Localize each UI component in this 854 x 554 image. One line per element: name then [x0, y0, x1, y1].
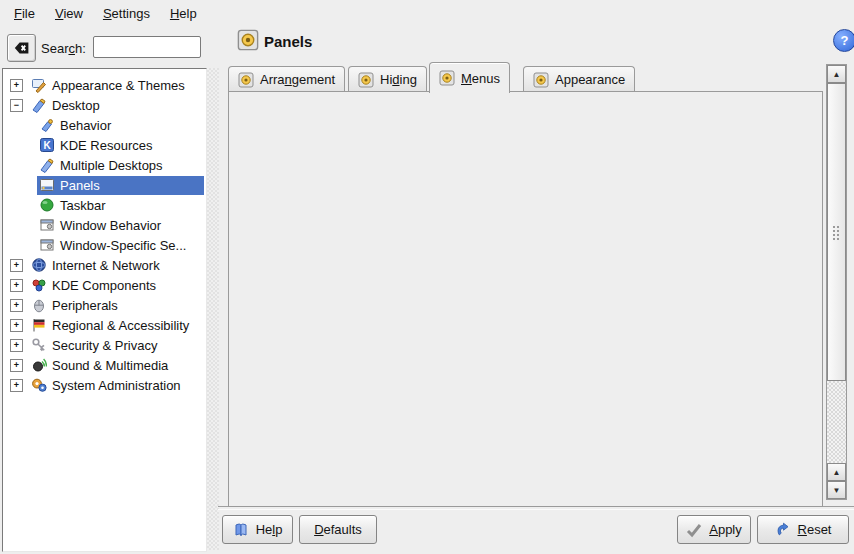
tab-hiding[interactable]: Hiding: [348, 66, 427, 92]
search-input[interactable]: [93, 36, 201, 58]
kde-components-icon: [31, 277, 47, 293]
regional-accessibility-icon: [31, 317, 47, 333]
expander-icon[interactable]: +: [10, 279, 23, 292]
kde-control-center-window: File View Settings Help Search: +Appeara…: [0, 0, 854, 554]
sidebar-item-internet-network[interactable]: +Internet & Network: [6, 255, 204, 275]
scrollbar-thumb[interactable]: [827, 83, 846, 381]
kicker-icon: [533, 72, 549, 88]
help-button[interactable]: Help: [222, 515, 293, 544]
menu-settings[interactable]: Settings: [93, 2, 160, 25]
internet-network-icon: [31, 257, 47, 273]
sidebar-item-panels[interactable]: Panels: [6, 175, 204, 195]
help-book-icon: [233, 522, 249, 538]
page-title: Panels: [264, 33, 312, 50]
menubar: File View Settings Help: [0, 0, 854, 27]
kde-resources-icon: K: [39, 137, 55, 153]
menu-help[interactable]: Help: [160, 2, 207, 25]
sidebar-item-system-administration[interactable]: +System Administration: [6, 375, 204, 395]
expander-icon[interactable]: +: [10, 79, 23, 92]
scroll-down-button[interactable]: ▼: [827, 481, 846, 499]
clear-search-button[interactable]: [7, 34, 36, 62]
expander-icon[interactable]: +: [10, 379, 23, 392]
sidebar-item-security-privacy[interactable]: +Security & Privacy: [6, 335, 204, 355]
expander-icon[interactable]: −: [10, 99, 23, 112]
security-privacy-icon: [31, 337, 47, 353]
scroll-up-button[interactable]: ▲: [827, 65, 846, 83]
sidebar-item-window-specific[interactable]: Window-Specific Se...: [6, 235, 204, 255]
panels-module-icon: [237, 29, 259, 51]
sidebar-item-regional-accessibility[interactable]: +Regional & Accessibility: [6, 315, 204, 335]
behavior-icon: [39, 117, 55, 133]
kicker-icon: [238, 72, 254, 88]
kicker-icon: [358, 72, 374, 88]
reset-undo-icon: [775, 522, 791, 538]
window-behavior-icon: [39, 217, 55, 233]
vertical-scrollbar[interactable]: ▲ ▲ ▼: [826, 64, 847, 500]
kicker-icon: [439, 70, 455, 86]
apply-check-icon: [686, 522, 702, 538]
desktop-icon: [31, 97, 47, 113]
sidebar-item-appearance-themes[interactable]: +Appearance & Themes: [6, 75, 204, 95]
appearance-themes-icon: [31, 77, 47, 93]
apply-button[interactable]: Apply: [677, 515, 751, 544]
sound-multimedia-icon: [31, 357, 47, 373]
expander-icon[interactable]: +: [10, 359, 23, 372]
peripherals-icon: [31, 297, 47, 313]
thumb-grip: [832, 225, 841, 240]
sidebar-item-kde-resources[interactable]: KKDE Resources: [6, 135, 204, 155]
defaults-button[interactable]: Defaults: [299, 515, 377, 544]
taskbar-icon: [39, 197, 55, 213]
sidebar-item-kde-components[interactable]: +KDE Components: [6, 275, 204, 295]
whats-this-help-button[interactable]: ?: [833, 29, 854, 52]
tab-arrangement[interactable]: Arrangement: [228, 66, 345, 92]
sidebar-item-taskbar[interactable]: Taskbar: [6, 195, 204, 215]
system-administration-icon: [31, 377, 47, 393]
sidebar-item-behavior[interactable]: Behavior: [6, 115, 204, 135]
menu-file[interactable]: File: [4, 2, 45, 25]
menu-view[interactable]: View: [45, 2, 93, 25]
sidebar-item-window-behavior[interactable]: Window Behavior: [6, 215, 204, 235]
search-label: Search:: [41, 41, 86, 56]
tab-appearance[interactable]: Appearance: [523, 66, 635, 92]
expander-icon[interactable]: +: [10, 339, 23, 352]
reset-button[interactable]: Reset: [757, 515, 849, 544]
sidebar-item-sound-multimedia[interactable]: +Sound & Multimedia: [6, 355, 204, 375]
tab-content-pane: [228, 91, 823, 507]
window-specific-icon: [39, 237, 55, 253]
expander-icon[interactable]: +: [10, 259, 23, 272]
scroll-up-button-bottom[interactable]: ▲: [827, 463, 846, 481]
tab-bar: Arrangement Hiding Menus Appearance: [228, 61, 828, 92]
sidebar-item-desktop[interactable]: −Desktop: [6, 95, 204, 115]
splitter-handle[interactable]: [207, 68, 219, 550]
sidebar-item-multiple-desktops[interactable]: Multiple Desktops: [6, 155, 204, 175]
multiple-desktops-icon: [39, 157, 55, 173]
clear-search-icon: [14, 40, 30, 56]
panels-icon: [39, 177, 55, 193]
sidebar-tree: +Appearance & Themes −Desktop Behavior K…: [2, 68, 207, 552]
tab-menus[interactable]: Menus: [429, 62, 510, 93]
sidebar-item-peripherals[interactable]: +Peripherals: [6, 295, 204, 315]
svg-text:K: K: [43, 140, 51, 151]
expander-icon[interactable]: +: [10, 319, 23, 332]
expander-icon[interactable]: +: [10, 299, 23, 312]
